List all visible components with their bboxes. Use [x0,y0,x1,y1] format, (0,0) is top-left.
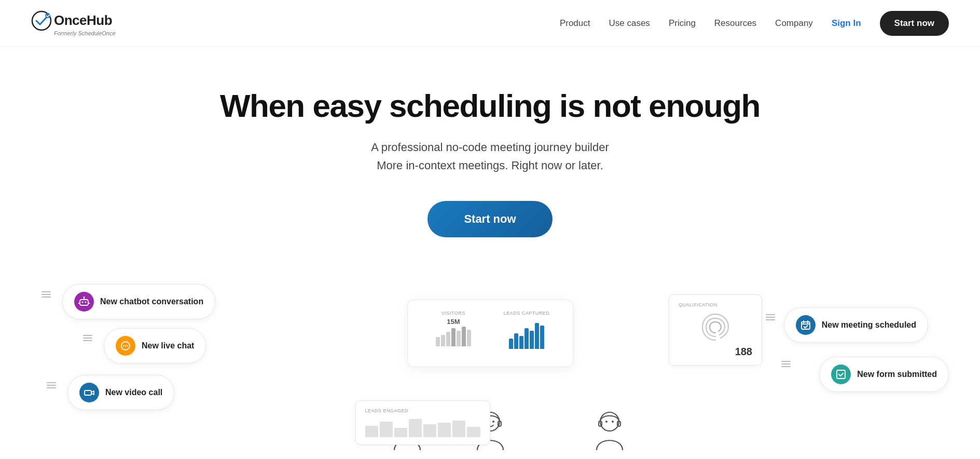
videocall-icon [79,383,99,402]
nav-links: Product Use cases Pricing Resources Comp… [560,11,949,36]
livechat-label: New live chat [142,341,194,350]
svg-point-31 [612,421,614,423]
logo-area: OnceHub Formerly ScheduleOnce [31,10,116,36]
navbar: OnceHub Formerly ScheduleOnce Product Us… [0,0,980,47]
svg-point-30 [605,421,608,423]
qual-spiral-icon [700,312,731,343]
svg-point-12 [127,345,128,346]
avatar-right-icon [589,406,630,455]
svg-rect-18 [837,370,845,379]
visitors-label: VISITORS [420,310,487,316]
pill-videocall: New video call [67,375,174,410]
qual-value: 188 [679,346,752,358]
hero-subtitle-line1: A professional no-code meeting journey b… [371,141,609,154]
pill-form: New form submitted [819,357,949,392]
nav-company[interactable]: Company [775,18,813,28]
chatbot-label: New chatbot conversation [100,297,203,306]
nav-resources[interactable]: Resources [714,18,756,28]
videocall-label: New video call [105,388,162,397]
logo-name: OnceHub [54,12,112,29]
livechat-icon [116,336,135,356]
logo-formerly: Formerly ScheduleOnce [54,30,116,36]
leads-engaged-card: LEADS ENGAGED [355,400,490,445]
avatars-right [589,403,630,455]
nav-signin[interactable]: Sign In [832,18,861,28]
handle-livechat [83,335,92,341]
svg-rect-13 [85,390,91,395]
visitors-value: 15M [420,318,487,326]
leads-metric: LEADS CAPTURED [493,310,560,349]
form-label: New form submitted [857,370,937,379]
pill-chatbot: New chatbot conversation [62,284,215,319]
hero-section: When easy scheduling is not enough A pro… [0,47,980,279]
svg-point-6 [84,296,85,298]
handle-meeting [766,314,775,320]
svg-point-4 [85,301,87,303]
hero-cta-button[interactable]: Start now [427,201,552,237]
dashboard-card: VISITORS 15M LEADS CAPTURED [407,300,573,367]
pill-livechat: New live chat [104,328,206,363]
pill-meeting: New meeting scheduled [784,307,928,343]
visitors-metric: VISITORS 15M [420,310,487,349]
svg-point-3 [82,301,84,303]
hero-subtitle: A professional no-code meeting journey b… [21,138,959,174]
illustration-area: New chatbot conversation New live chat N… [0,279,980,455]
form-icon [831,365,851,384]
nav-pricing[interactable]: Pricing [669,18,696,28]
leads-engaged-chart [365,417,480,437]
leads-label: LEADS CAPTURED [493,310,560,316]
qualification-card: QUALIFICATION 188 [669,294,762,366]
oncehub-logo-icon [31,10,52,31]
nav-start-button[interactable]: Start now [880,11,949,36]
hero-title: When easy scheduling is not enough [21,88,959,124]
svg-point-10 [123,345,124,346]
qual-label: QUALIFICATION [679,302,752,307]
meeting-label: New meeting scheduled [822,320,916,330]
svg-rect-2 [80,300,88,305]
handle-videocall [47,382,56,388]
svg-rect-14 [802,322,810,329]
handle-chatbot [42,291,51,298]
meeting-icon [796,315,816,335]
leads-chart [493,318,560,349]
visitors-chart [420,326,487,346]
handle-form [781,361,791,367]
svg-point-11 [125,345,126,346]
dashboard-metrics-row: VISITORS 15M LEADS CAPTURED [420,310,560,349]
nav-product[interactable]: Product [560,18,590,28]
leads-engaged-label: LEADS ENGAGED [365,408,480,413]
chatbot-icon [74,292,94,312]
logo-main: OnceHub [31,10,112,31]
svg-point-27 [600,412,619,431]
nav-usecases[interactable]: Use cases [609,18,650,28]
svg-point-26 [492,421,494,423]
hero-subtitle-line2: More in-context meetings. Right now or l… [377,159,603,172]
